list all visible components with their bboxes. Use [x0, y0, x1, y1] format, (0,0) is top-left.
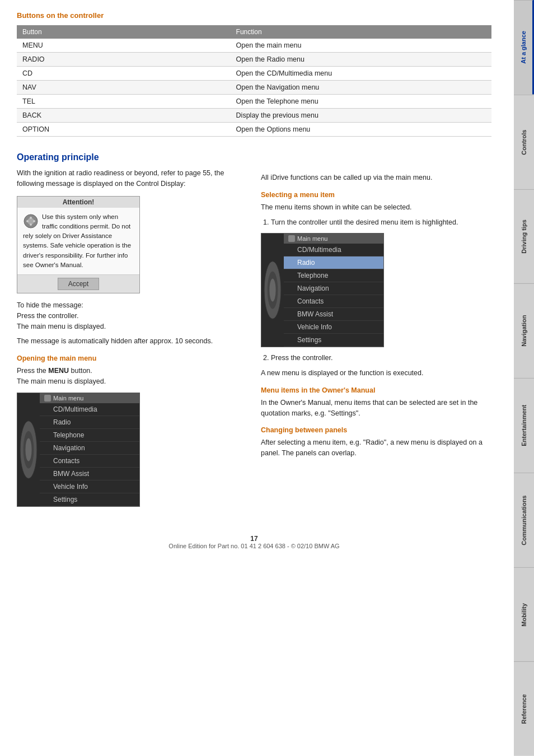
menu-list-1: Main menu CD/MultimediaRadioTelephoneNav…	[40, 393, 139, 506]
press-menu-text: Press the MENU button.The main menu is d…	[17, 366, 247, 387]
page-number: 17	[17, 535, 491, 543]
table-row: BACKDisplay the previous menu	[17, 109, 491, 123]
attention-box: Attention! Use this system only when tra…	[17, 196, 140, 294]
after-steps-text: A new menu is displayed or the function …	[261, 368, 491, 379]
button-name-cell: RADIO	[17, 53, 231, 67]
button-name-cell: OPTION	[17, 123, 231, 137]
function-cell: Display the previous menu	[231, 109, 491, 123]
attention-text: Use this system only when traffic condit…	[23, 213, 131, 268]
menu-title-bar-1: Main menu	[40, 393, 139, 403]
footer-text: Online Edition for Part no. 01 41 2 604 …	[17, 543, 491, 549]
list-item: Contacts	[284, 295, 383, 308]
list-item: Radio	[40, 416, 139, 429]
button-name-cell: CD	[17, 67, 231, 81]
col-function-header: Function	[231, 25, 491, 39]
right-column: All iDrive functions can be called up vi…	[261, 152, 491, 512]
list-item: Telephone	[40, 429, 139, 442]
operating-intro: With the ignition at radio readiness or …	[17, 168, 247, 189]
right-intro: All iDrive functions can be called up vi…	[261, 172, 491, 183]
opening-main-menu-heading: Opening the main menu	[17, 354, 247, 362]
menu-icon	[44, 395, 51, 402]
list-item: Vehicle Info	[40, 480, 139, 493]
list-item: Vehicle Info	[284, 321, 383, 334]
menu-items-manual-text: In the Owner's Manual, menu items that c…	[261, 398, 491, 419]
sidebar-tab-mobility[interactable]: Mobility	[514, 567, 534, 662]
buttons-heading: Buttons on the controller	[17, 11, 491, 20]
controller-icon	[23, 213, 39, 229]
function-cell: Open the CD/Multimedia menu	[231, 67, 491, 81]
list-item: Settings	[284, 334, 383, 347]
attention-accept-row: Accept	[17, 274, 139, 293]
col-button-header: Button	[17, 25, 231, 39]
button-name-cell: BACK	[17, 109, 231, 123]
sidebar-tab-controls[interactable]: Controls	[514, 95, 534, 189]
menu-title-bar-2: Main menu	[284, 234, 383, 244]
steps-list: Turn the controller until the desired me…	[261, 217, 491, 228]
changing-panels-heading: Changing between panels	[261, 426, 491, 434]
function-cell: Open the main menu	[231, 39, 491, 53]
sidebar-tab-reference[interactable]: Reference	[514, 661, 534, 756]
function-cell: Open the Navigation menu	[231, 81, 491, 95]
svg-point-4	[26, 220, 29, 222]
selecting-text: The menu items shown in white can be sel…	[261, 202, 491, 213]
selecting-heading: Selecting a menu item	[261, 191, 491, 199]
list-item: Radio	[284, 256, 383, 269]
sidebar-tab-at-a-glance[interactable]: At a glance	[514, 0, 534, 95]
svg-point-11	[269, 279, 275, 302]
left-column: Operating principle With the ignition at…	[17, 152, 247, 512]
accept-button[interactable]: Accept	[58, 278, 100, 290]
sidebar-tab-driving-tips[interactable]: Driving tips	[514, 189, 534, 284]
svg-point-8	[25, 438, 31, 461]
table-row: CDOpen the CD/Multimedia menu	[17, 67, 491, 81]
attention-body: Use this system only when traffic condit…	[17, 208, 139, 275]
buttons-table: Button Function MENUOpen the main menuRA…	[17, 25, 491, 137]
menu-items-manual-heading: Menu items in the Owner's Manual	[261, 386, 491, 394]
attention-title: Attention!	[17, 197, 139, 208]
controller-knob-1	[17, 410, 40, 489]
step-1: Turn the controller until the desired me…	[271, 217, 491, 228]
main-menu-mockup-2: Main menu CD/MultimediaRadioTelephoneNav…	[261, 233, 384, 347]
table-row: TELOpen the Telephone menu	[17, 95, 491, 109]
function-cell: Open the Telephone menu	[231, 95, 491, 109]
sidebar-tab-navigation[interactable]: Navigation	[514, 283, 534, 378]
button-name-cell: MENU	[17, 39, 231, 53]
changing-panels-text: After selecting a menu item, e.g. "Radio…	[261, 437, 491, 459]
button-name-cell: TEL	[17, 95, 231, 109]
menu-icon-2	[288, 235, 295, 242]
operating-section: Operating principle With the ignition at…	[17, 152, 491, 512]
page-footer: 17 Online Edition for Part no. 01 41 2 6…	[17, 529, 491, 549]
list-item: Telephone	[284, 269, 383, 282]
step-2: Press the controller.	[271, 353, 491, 363]
svg-point-2	[30, 217, 32, 219]
list-item: CD/Multimedia	[284, 244, 383, 256]
sidebar-tab-entertainment[interactable]: Entertainment	[514, 378, 534, 473]
list-item: Navigation	[284, 282, 383, 295]
table-row: MENUOpen the main menu	[17, 39, 491, 53]
main-menu-mockup-1: Main menu CD/MultimediaRadioTelephoneNav…	[17, 393, 140, 507]
table-row: NAVOpen the Navigation menu	[17, 81, 491, 95]
list-item: Navigation	[40, 442, 139, 455]
menu-with-knob-1: Main menu CD/MultimediaRadioTelephoneNav…	[17, 393, 139, 506]
svg-point-3	[30, 223, 32, 226]
menu-button-label: MENU	[48, 367, 69, 375]
buttons-section: Buttons on the controller Button Functio…	[17, 11, 491, 137]
button-name-cell: NAV	[17, 81, 231, 95]
list-item: Contacts	[40, 455, 139, 468]
operating-title: Operating principle	[17, 152, 247, 162]
list-item: BMW Assist	[284, 308, 383, 321]
function-cell: Open the Options menu	[231, 123, 491, 137]
menu-with-knob-2: Main menu CD/MultimediaRadioTelephoneNav…	[261, 234, 383, 347]
list-item: BMW Assist	[40, 468, 139, 480]
menu-list-2: Main menu CD/MultimediaRadioTelephoneNav…	[284, 234, 383, 347]
sidebar: At a glanceControlsDriving tipsNavigatio…	[514, 0, 534, 756]
table-row: OPTIONOpen the Options menu	[17, 123, 491, 137]
table-row: RADIOOpen the Radio menu	[17, 53, 491, 67]
list-item: Settings	[40, 493, 139, 506]
controller-knob-2	[261, 251, 284, 329]
function-cell: Open the Radio menu	[231, 53, 491, 67]
sidebar-tab-communications[interactable]: Communications	[514, 473, 534, 567]
svg-point-5	[33, 220, 35, 222]
after-attention-text: To hide the message:Press the controller…	[17, 300, 247, 332]
list-item: CD/Multimedia	[40, 403, 139, 416]
auto-hidden-text: The message is automatically hidden afte…	[17, 336, 247, 347]
